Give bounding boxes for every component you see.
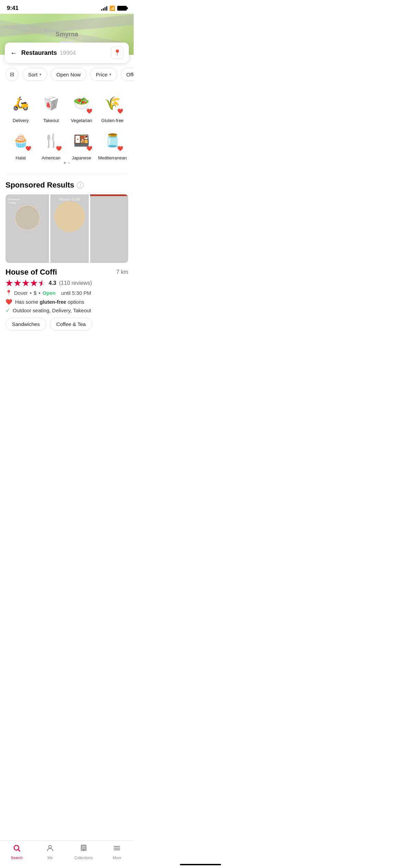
takeout-icon: 🥡 bbox=[43, 97, 59, 110]
american-heart-icon: ❤️ bbox=[56, 146, 62, 151]
gluten-free-heart-badge: ❤️ bbox=[5, 299, 12, 305]
check-icon: ✓ bbox=[5, 307, 10, 314]
star-3 bbox=[22, 279, 29, 287]
location-pin-button[interactable]: 📍 bbox=[111, 47, 123, 59]
battery-icon bbox=[117, 6, 127, 11]
rating-number: 4.3 bbox=[49, 280, 56, 286]
delivery-label: Delivery bbox=[13, 118, 29, 123]
restaurant-dot2: • bbox=[39, 290, 40, 296]
sponsored-header: Sponsored Results i bbox=[5, 181, 128, 190]
sponsored-section: Sponsored Results i DelawareToday House … bbox=[0, 174, 134, 263]
sort-chevron-icon: ▾ bbox=[39, 72, 41, 77]
vegetarian-icon: 🥗 bbox=[73, 97, 89, 110]
amenities-text: Outdoor seating, Delivery, Takeout bbox=[13, 308, 91, 313]
takeout-icon-wrap: 🥡 bbox=[39, 91, 63, 115]
restaurant-name: House of Coffi bbox=[5, 268, 57, 277]
restaurant-photo-1: DelawareToday bbox=[5, 194, 49, 263]
category-halal[interactable]: 🧁 ❤️ Halal bbox=[7, 129, 35, 160]
vegetarian-icon-wrap: 🥗 ❤️ bbox=[70, 91, 94, 115]
open-now-label: Open Now bbox=[57, 72, 81, 77]
star-rating bbox=[5, 279, 46, 287]
info-icon: i bbox=[80, 183, 81, 188]
category-delivery[interactable]: 🛵 Delivery bbox=[7, 91, 35, 123]
restaurant-photo-3 bbox=[90, 194, 128, 263]
category-japanese[interactable]: 🍱 ❤️ Japanese bbox=[68, 129, 95, 160]
takeout-label: Takeout bbox=[43, 118, 59, 123]
price-chevron-icon: ▾ bbox=[109, 72, 111, 77]
dot-1 bbox=[64, 162, 66, 164]
category-mediterranean[interactable]: 🫙 ❤️ Mediterranean bbox=[98, 129, 127, 160]
feature-row: ❤️ Has some gluten-free options bbox=[5, 299, 128, 305]
mediterranean-heart-icon: ❤️ bbox=[117, 146, 123, 151]
search-location: 19904 bbox=[60, 50, 76, 57]
halal-icon-wrap: 🧁 ❤️ bbox=[9, 129, 33, 153]
sort-button[interactable]: Sort ▾ bbox=[22, 68, 47, 81]
status-time: 9:41 bbox=[7, 5, 19, 12]
japanese-icon: 🍱 bbox=[73, 134, 89, 147]
delivery-icon-wrap: 🛵 bbox=[9, 91, 33, 115]
photo-1-text: DelawareToday bbox=[8, 198, 20, 205]
restaurant-open-until: until 5:30 PM bbox=[61, 290, 91, 296]
map-city-label: Smyrna bbox=[56, 31, 78, 38]
american-label: American bbox=[42, 155, 61, 160]
feature-text: Has some gluten-free options bbox=[15, 299, 84, 305]
vegetarian-heart-icon: ❤️ bbox=[86, 108, 92, 114]
status-bar: 9:41 📶 bbox=[0, 0, 134, 14]
feature-suffix: options bbox=[68, 299, 84, 305]
star-1 bbox=[5, 279, 13, 287]
sponsored-info-button[interactable]: i bbox=[77, 182, 84, 189]
vegetarian-label: Vegetarian bbox=[71, 118, 92, 123]
feature-prefix: Has some bbox=[15, 299, 38, 305]
sort-label: Sort bbox=[28, 72, 38, 77]
star-2 bbox=[14, 279, 21, 287]
search-title: Restaurants bbox=[21, 49, 57, 57]
japanese-label: Japanese bbox=[72, 155, 91, 160]
category-american[interactable]: 🍴 ❤️ American bbox=[37, 129, 65, 160]
mediterranean-icon: 🫙 bbox=[105, 134, 121, 147]
halal-icon: 🧁 bbox=[13, 134, 29, 147]
gluten-free-icon: 🌾 bbox=[105, 97, 121, 110]
gluten-free-icon-wrap: 🌾 ❤️ bbox=[100, 91, 124, 115]
bottom-padding bbox=[0, 336, 134, 363]
open-now-button[interactable]: Open Now bbox=[51, 68, 87, 81]
categories-grid: 🛵 Delivery 🥡 Takeout 🥗 ❤️ Vegetarian 🌾 ❤… bbox=[7, 91, 127, 160]
location-pin-icon: 📍 bbox=[113, 49, 121, 57]
back-button[interactable]: ← bbox=[10, 49, 17, 56]
status-icons: 📶 bbox=[101, 5, 127, 11]
restaurant-card[interactable]: House of Coffi 7 km 4.3 (110 reviews) 📍 … bbox=[0, 268, 134, 336]
tags-row: Sandwiches Coffee & Tea bbox=[5, 318, 128, 330]
offers-label: Offers Take... bbox=[126, 72, 134, 77]
filter-bar: ⊟ Sort ▾ Open Now Price ▾ Offers Take... bbox=[0, 63, 134, 86]
halal-heart-icon: ❤️ bbox=[25, 146, 31, 151]
mediterranean-label: Mediterranean bbox=[98, 155, 127, 160]
search-bar: ← Restaurants 19904 📍 bbox=[5, 43, 129, 63]
wifi-icon: 📶 bbox=[109, 5, 115, 11]
category-vegetarian[interactable]: 🥗 ❤️ Vegetarian bbox=[68, 91, 95, 123]
gluten-free-heart-icon: ❤️ bbox=[117, 108, 123, 114]
american-icon: 🍴 bbox=[43, 134, 59, 147]
star-4 bbox=[30, 279, 38, 287]
japanese-icon-wrap: 🍱 ❤️ bbox=[70, 129, 94, 153]
search-bar-container: ← Restaurants 19904 📍 bbox=[0, 41, 134, 63]
dot-2 bbox=[68, 162, 70, 164]
photo-2-text: House Coffi bbox=[59, 197, 80, 201]
restaurant-price: • bbox=[30, 290, 32, 296]
offers-button[interactable]: Offers Take... bbox=[121, 68, 134, 81]
price-label: Price bbox=[96, 72, 107, 77]
signal-bars-icon bbox=[101, 6, 107, 11]
tag-sandwiches[interactable]: Sandwiches bbox=[5, 318, 46, 330]
sponsored-title: Sponsored Results bbox=[5, 181, 74, 190]
rating-row: 4.3 (110 reviews) bbox=[5, 279, 128, 287]
restaurant-price-range: $ bbox=[34, 290, 36, 296]
filters-icon: ⊟ bbox=[10, 71, 14, 77]
restaurant-open-status: Open bbox=[42, 290, 56, 296]
price-button[interactable]: Price ▾ bbox=[90, 68, 117, 81]
japanese-heart-icon: ❤️ bbox=[86, 146, 92, 151]
feature-bold: gluten-free bbox=[40, 299, 66, 305]
tag-coffee-tea[interactable]: Coffee & Tea bbox=[50, 318, 92, 330]
filters-button[interactable]: ⊟ bbox=[5, 68, 19, 81]
restaurant-photos[interactable]: DelawareToday House Coffi bbox=[5, 194, 128, 263]
category-gluten-free[interactable]: 🌾 ❤️ Gluten-free bbox=[98, 91, 127, 123]
category-takeout[interactable]: 🥡 Takeout bbox=[37, 91, 65, 123]
page-dots bbox=[7, 162, 127, 164]
